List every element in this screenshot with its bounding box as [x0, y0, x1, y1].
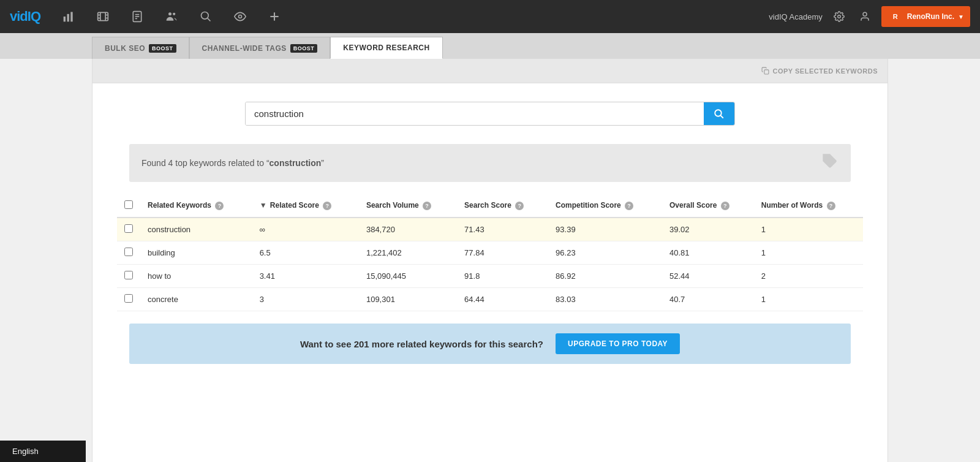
boost-badge-bulk-seo: BOOST — [149, 44, 176, 53]
cell-search_volume: 109,301 — [359, 288, 457, 311]
keyword-table: Related Keywords ? ▼ Related Score ? Sea… — [117, 194, 863, 311]
channel-selector[interactable]: R RenoRun Inc. ▼ — [881, 6, 970, 27]
cell-competition_score: 93.39 — [548, 218, 662, 241]
film-icon[interactable] — [92, 6, 114, 28]
toolbar-row: COPY SELECTED KEYWORDS — [92, 59, 888, 83]
search-button[interactable] — [704, 102, 734, 125]
table-row: construction∞384,72071.4393.3939.021 — [117, 218, 863, 241]
keyword-table-wrap: Related Keywords ? ▼ Related Score ? Sea… — [117, 194, 863, 311]
cell-competition_score: 83.03 — [548, 288, 662, 311]
sort-arrow-icon: ▼ — [260, 201, 267, 210]
search-area — [92, 83, 888, 138]
search-box — [245, 102, 735, 126]
header-related-score: ▼ Related Score ? — [252, 194, 359, 218]
tabs-bar: BULK SEO BOOST CHANNEL-WIDE TAGS BOOST K… — [0, 33, 980, 59]
settings-icon[interactable] — [830, 7, 848, 26]
tab-channel-wide-tags[interactable]: CHANNEL-WIDE TAGS BOOST — [189, 37, 331, 59]
row-checkbox[interactable] — [124, 294, 133, 303]
row-checkbox[interactable] — [124, 224, 133, 233]
svg-line-25 — [721, 115, 723, 118]
results-text: Found 4 top keywords related to “constru… — [141, 158, 324, 168]
nav-icons — [58, 6, 764, 28]
vidiq-academy-link[interactable]: vidIQ Academy — [769, 12, 822, 21]
user-icon[interactable] — [856, 7, 874, 26]
help-icon-search-score[interactable]: ? — [515, 202, 524, 210]
cell-overall_score: 40.7 — [662, 288, 754, 311]
cell-related_score: ∞ — [252, 218, 359, 241]
tab-keyword-research-label: KEYWORD RESEARCH — [343, 44, 429, 52]
tab-bulk-seo[interactable]: BULK SEO BOOST — [92, 37, 189, 59]
cell-overall_score: 40.81 — [662, 241, 754, 265]
row-checkbox[interactable] — [124, 248, 133, 256]
row-checkbox-cell — [117, 288, 140, 311]
help-icon-related-score[interactable]: ? — [323, 202, 331, 210]
cell-search_score: 64.44 — [457, 288, 548, 311]
svg-point-14 — [168, 12, 172, 15]
results-banner: Found 4 top keywords related to “constru… — [129, 144, 851, 182]
cell-num_words: 2 — [754, 265, 863, 288]
row-checkbox-cell — [117, 265, 140, 288]
cell-related_score: 3 — [252, 288, 359, 311]
header-search-volume: Search Volume ? — [359, 194, 457, 218]
search-nav-icon[interactable] — [195, 6, 217, 28]
cell-search_volume: 384,720 — [359, 218, 457, 241]
cell-competition_score: 96.23 — [548, 241, 662, 265]
copy-icon — [761, 67, 769, 75]
svg-rect-23 — [764, 70, 769, 74]
table-row: how to3.4115,090,44591.886.9252.442 — [117, 265, 863, 288]
select-all-checkbox[interactable] — [124, 200, 133, 209]
plus-icon[interactable] — [263, 6, 285, 28]
help-icon-search-volume[interactable]: ? — [423, 202, 431, 210]
cell-keyword: concrete — [140, 288, 252, 311]
eye-icon[interactable] — [229, 6, 251, 28]
upgrade-banner: Want to see 201 more related keywords fo… — [129, 324, 851, 364]
tag-icon — [821, 153, 839, 173]
copy-selected-keywords-button[interactable]: COPY SELECTED KEYWORDS — [761, 67, 878, 75]
header-checkbox-cell — [117, 194, 140, 218]
row-checkbox[interactable] — [124, 271, 133, 279]
table-row: building6.51,221,40277.8496.2340.811 — [117, 241, 863, 265]
tab-bulk-seo-label: BULK SEO — [105, 44, 145, 53]
help-icon-keywords[interactable]: ? — [215, 202, 224, 210]
logo-vid: vid — [10, 9, 28, 24]
upgrade-text: Want to see 201 more related keywords fo… — [300, 339, 543, 349]
bar-chart-icon[interactable] — [58, 6, 80, 28]
svg-point-18 — [239, 15, 242, 18]
people-icon[interactable] — [160, 6, 183, 28]
cell-keyword: construction — [140, 218, 252, 241]
cell-num_words: 1 — [754, 218, 863, 241]
logo[interactable]: vidIQ — [10, 9, 40, 25]
copy-keywords-label: COPY SELECTED KEYWORDS — [772, 67, 878, 75]
cell-search_volume: 15,090,445 — [359, 265, 457, 288]
doc-icon[interactable] — [126, 6, 148, 28]
row-checkbox-cell — [117, 218, 140, 241]
cell-search_volume: 1,221,402 — [359, 241, 457, 265]
cell-related_score: 3.41 — [252, 265, 359, 288]
header-num-words: Number of Words ? — [754, 194, 863, 218]
cell-num_words: 1 — [754, 288, 863, 311]
help-icon-overall-score[interactable]: ? — [721, 202, 729, 210]
cell-search_score: 91.8 — [457, 265, 548, 288]
svg-point-21 — [838, 15, 841, 18]
cell-num_words: 1 — [754, 241, 863, 265]
tab-keyword-research[interactable]: KEYWORD RESEARCH — [330, 37, 442, 59]
nav-right: vidIQ Academy R RenoRun Inc. ▼ — [769, 6, 970, 27]
svg-rect-1 — [67, 14, 69, 22]
help-icon-num-words[interactable]: ? — [827, 202, 835, 210]
svg-rect-2 — [70, 12, 72, 22]
help-icon-competition-score[interactable]: ? — [625, 202, 633, 210]
cell-overall_score: 39.02 — [662, 218, 754, 241]
results-query: construction — [270, 158, 322, 168]
boost-badge-channel-tags: BOOST — [290, 44, 318, 53]
dropdown-arrow-icon: ▼ — [958, 13, 964, 20]
cell-keyword: building — [140, 241, 252, 265]
channel-avatar: R — [888, 9, 903, 25]
footer-language[interactable]: English — [0, 441, 86, 462]
cell-overall_score: 52.44 — [662, 265, 754, 288]
header-overall-score: Overall Score ? — [662, 194, 754, 218]
cell-keyword: how to — [140, 265, 252, 288]
cell-search_score: 71.43 — [457, 218, 548, 241]
upgrade-button[interactable]: UPGRADE TO PRO TODAY — [556, 333, 680, 354]
table-header: Related Keywords ? ▼ Related Score ? Sea… — [117, 194, 863, 218]
search-input[interactable] — [246, 102, 704, 125]
